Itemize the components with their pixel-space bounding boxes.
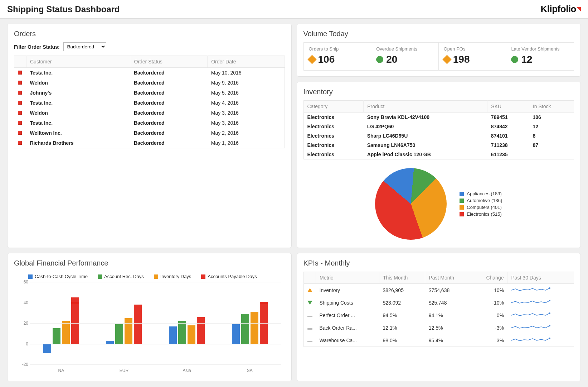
col-customer: Customer — [26, 56, 130, 68]
trend-flat-icon — [307, 328, 312, 330]
legend-swatch-icon — [460, 199, 464, 203]
volume-cell: Orders to Ship 106 — [304, 43, 371, 70]
topbar: Shipping Status Dashboard Klipfolio ◥ — [0, 0, 588, 19]
diamond-icon — [307, 55, 316, 64]
table-row[interactable]: ElectronicsApple iPod Classic 120 GB6112… — [303, 150, 574, 159]
legend-item: Account Rec. Days — [98, 274, 144, 279]
orders-title: Orders — [14, 30, 285, 38]
table-row[interactable]: Welltown Inc.BackorderedMay 2, 2016 — [14, 128, 285, 138]
order-status-select[interactable]: Backordered — [63, 42, 106, 51]
table-row[interactable]: Richards BrothersBackorderedMay 1, 2016 — [14, 138, 285, 148]
legend-item: Electronics (515) — [460, 211, 502, 217]
table-row[interactable]: ElectronicsSamsung LN46A75071123887 — [303, 140, 574, 150]
col-status: Order Status — [130, 56, 208, 68]
volume-value: 198 — [453, 54, 470, 65]
orders-card: Orders Filter Order Status: Backordered … — [7, 24, 292, 248]
legend-item: Cash-to-Cash Cycle Time — [28, 274, 88, 279]
table-row[interactable]: Warehouse Ca...98.0%95.4%3% — [303, 334, 574, 347]
table-row[interactable]: WeldonBackorderedMay 9, 2016 — [14, 78, 285, 88]
orders-table: Customer Order Status Order Date Testa I… — [14, 56, 285, 148]
bar — [169, 326, 177, 344]
volume-grid: Orders to Ship 106Overdue Shipments 20Op… — [303, 42, 574, 71]
bar — [197, 317, 205, 344]
bar — [178, 321, 186, 344]
volume-value: 106 — [318, 54, 335, 65]
volume-label: Orders to Ship — [309, 46, 366, 52]
kpis-table: Metric This Month Past Month Change Past… — [303, 272, 574, 347]
orders-filter-row: Filter Order Status: Backordered — [14, 42, 285, 51]
trend-down-icon — [307, 301, 312, 305]
financial-bar-chart: -200204060 NAEURAsiaSA — [14, 282, 285, 375]
svg-point-2 — [549, 312, 550, 314]
trend-flat-icon — [307, 341, 312, 342]
table-row[interactable]: Back Order Ra...12.1%12.5%-3% — [303, 321, 574, 334]
table-row[interactable]: Testa Inc.BackorderedMay 3, 2016 — [14, 118, 285, 128]
table-row[interactable]: Johnny'sBackorderedMay 5, 2016 — [14, 88, 285, 98]
status-dot-icon — [18, 71, 22, 75]
volume-label: Late Vendor Shipments — [511, 46, 569, 52]
y-tick: 20 — [24, 321, 28, 326]
logo: Klipfolio ◥ — [541, 4, 581, 15]
table-row[interactable]: WeldonBackorderedMay 3, 2016 — [14, 108, 285, 118]
inventory-pie-legend: Appliances (189)Automotive (136)Computer… — [460, 190, 502, 218]
kpis-card: KPIs - Monthly Metric This Month Past Mo… — [297, 253, 581, 381]
trend-flat-icon — [307, 316, 312, 317]
financial-title: Global Financial Performance — [14, 259, 285, 267]
status-dot-icon — [18, 111, 22, 115]
svg-point-3 — [549, 325, 550, 326]
y-tick: 60 — [24, 280, 28, 285]
inventory-card: Inventory Category Product SKU In Stock … — [297, 82, 581, 248]
volume-value: 20 — [386, 54, 397, 65]
table-row[interactable]: Testa Inc.BackorderedMay 4, 2016 — [14, 98, 285, 108]
page-title: Shipping Status Dashboard — [7, 4, 120, 14]
bar — [125, 318, 132, 344]
legend-swatch-icon — [154, 274, 158, 279]
legend-item: Appliances (189) — [460, 191, 502, 196]
status-dot-icon — [18, 121, 22, 125]
legend-item: Computers (401) — [460, 205, 502, 210]
x-tick: NA — [30, 368, 93, 373]
kpis-title: KPIs - Monthly — [303, 259, 574, 267]
svg-point-0 — [549, 287, 550, 289]
bar — [62, 321, 70, 344]
legend-swatch-icon — [460, 205, 464, 210]
bar — [53, 328, 60, 344]
table-row[interactable]: Perfect Order ...94.5%94.1%0% — [303, 309, 574, 321]
bar — [260, 302, 268, 344]
trend-up-icon — [307, 288, 312, 292]
status-dot-icon — [18, 141, 22, 145]
table-row[interactable]: Inventory$826,905$754,63810% — [303, 284, 574, 297]
x-tick: EUR — [93, 368, 156, 373]
sparkline-icon — [511, 324, 550, 331]
svg-point-4 — [549, 338, 550, 339]
bar — [188, 325, 195, 344]
volume-cell: Late Vendor Shipments 12 — [506, 43, 574, 70]
bar — [71, 297, 79, 344]
financial-card: Global Financial Performance Cash-to-Cas… — [7, 253, 292, 381]
col-date: Order Date — [208, 56, 285, 68]
table-row[interactable]: Shipping Costs$23,092$25,748-10% — [303, 296, 574, 309]
x-tick: SA — [218, 368, 281, 373]
volume-cell: Overdue Shipments 20 — [371, 43, 439, 70]
inventory-pie-wrap: Appliances (189)Automotive (136)Computer… — [303, 164, 574, 242]
status-dot-icon — [18, 101, 22, 105]
table-row[interactable]: Testa Inc.BackorderedMay 10, 2016 — [14, 68, 285, 78]
table-row[interactable]: ElectronicsSharp LC46D65U8741018 — [303, 131, 574, 140]
volume-title: Volume Today — [303, 30, 574, 38]
bar — [106, 341, 114, 344]
svg-point-1 — [549, 300, 550, 301]
y-tick: -20 — [22, 362, 28, 367]
inventory-table: Category Product SKU In Stock Electronic… — [303, 100, 574, 159]
legend-swatch-icon — [98, 274, 102, 279]
status-dot-icon — [18, 81, 22, 85]
status-dot-icon — [18, 91, 22, 95]
sparkline-icon — [511, 286, 550, 293]
bar — [134, 305, 142, 344]
legend-swatch-icon — [201, 274, 205, 279]
sparkline-icon — [511, 311, 550, 318]
bar — [115, 324, 123, 344]
table-row[interactable]: ElectronicsLG 42PQ6087484212 — [303, 122, 574, 131]
bar — [251, 312, 258, 344]
table-row[interactable]: ElectronicsSony Bravia KDL-42V4100789451… — [303, 113, 574, 122]
legend-item: Automotive (136) — [460, 198, 502, 203]
